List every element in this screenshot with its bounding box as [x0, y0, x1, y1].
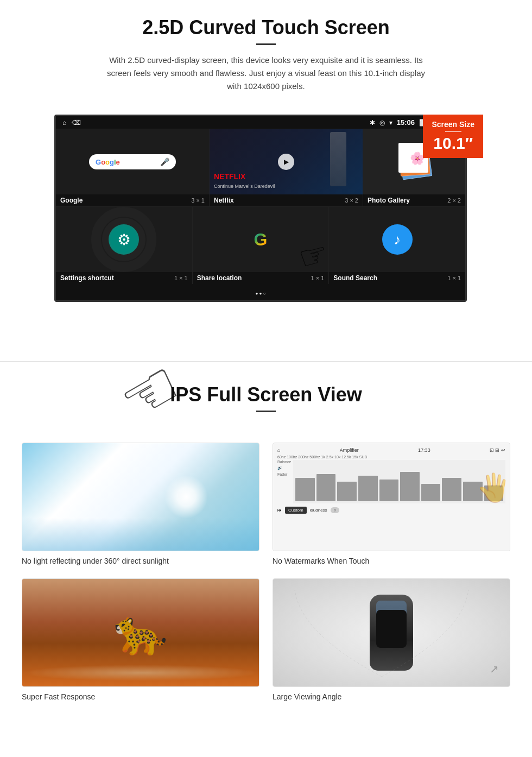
screen-size-badge: Screen Size 10.1″ — [423, 115, 483, 158]
amp-custom-btn[interactable]: Custom — [285, 507, 307, 514]
amp-bar-3 — [337, 482, 357, 501]
netflix-logo-overlay: NETFLIX Continue Marvel's Daredevil — [214, 173, 275, 190]
netflix-continue-text: Continue Marvel's Daredevil — [214, 184, 275, 189]
feature-img-amplifier: ⌂ Amplifier 17:33 ⊡ ⊞ ↩ 60hz100hz200hz50… — [273, 443, 510, 551]
home-icon[interactable]: ⌂ — [62, 119, 66, 127]
section-curved: 2.5D Curved Touch Screen With 2.5D curve… — [0, 0, 532, 115]
amp-freq-labels: 60hz100hz200hz500hz1k2.5k10k12.5k15kSUB — [277, 455, 505, 459]
amp-bar-4 — [358, 476, 378, 501]
section2-divider — [256, 411, 276, 412]
settings-app-size: 1 × 1 — [174, 275, 188, 281]
amp-title: Amplifier — [340, 447, 359, 453]
feature-img-car: ↗ — [273, 578, 510, 687]
badge-divider — [445, 131, 461, 132]
amp-bar-6 — [400, 472, 420, 501]
amp-bar-5 — [379, 480, 399, 501]
amp-toggle[interactable]: ○ — [331, 507, 340, 513]
bg-circle-2 — [91, 207, 156, 272]
badge-label: Screen Size — [432, 120, 474, 129]
feature-img-cheetah: 🐆 — [22, 578, 259, 687]
bluetooth-icon: ✱ — [370, 119, 375, 127]
feature-img-sunlight — [22, 443, 259, 551]
status-bar-left: ⌂ ⌫ — [62, 119, 81, 127]
badge-size: 10.1″ — [432, 134, 474, 153]
amp-bar-1 — [295, 478, 315, 501]
app-cell-settings[interactable]: ⚙ Settings shortcut 1 × 1 — [56, 207, 193, 284]
viewing-angle-svg — [273, 579, 510, 686]
car-top-image: ↗ — [273, 579, 510, 686]
sun-flare — [164, 475, 208, 519]
sound-app-size: 1 × 1 — [447, 275, 461, 281]
google-app-size: 3 × 1 — [191, 197, 205, 204]
settings-bg-circles — [56, 207, 192, 272]
dust-cloud — [22, 665, 259, 681]
status-time: 15:06 — [397, 118, 415, 127]
google-label-row: Google 3 × 1 — [56, 194, 209, 206]
feature-grid: No light reflecting under 360° direct su… — [0, 432, 532, 712]
amp-time: 17:33 — [418, 447, 430, 453]
section1-divider — [256, 43, 276, 45]
cheetah-silhouette-icon: 🐆 — [113, 607, 168, 658]
google-app-name: Google — [60, 197, 83, 204]
settings-thumbnail: ⚙ — [56, 207, 192, 272]
amp-header: ⌂ Amplifier 17:33 ⊡ ⊞ ↩ — [277, 447, 505, 453]
cheetah-caption: Super Fast Response — [22, 692, 259, 701]
usb-icon: ⌫ — [72, 119, 81, 127]
amp-footer: ⏮ Custom loudness ○ — [277, 507, 505, 514]
daredevil-figure — [330, 132, 346, 186]
google-search-bar[interactable]: Google 🎤 — [89, 154, 176, 169]
amp-side-labels: Balance 🔊 Fader — [277, 460, 291, 503]
location-icon: ◎ — [379, 119, 385, 127]
feature-item-sunlight: No light reflecting under 360° direct su… — [22, 443, 259, 565]
app-cell-netflix[interactable]: ▶ NETFLIX Continue Marvel's Daredevil Ne… — [210, 129, 363, 206]
amp-hand-icon: 🖐 — [477, 472, 510, 503]
app-row-1: Google 🎤 Google 3 × 1 ▶ — [56, 129, 465, 206]
app-cell-google[interactable]: Google 🎤 Google 3 × 1 — [56, 129, 210, 206]
section1-title: 2.5D Curved Touch Screen — [33, 16, 499, 39]
car-caption: Large Viewing Angle — [273, 692, 510, 701]
sunlight-caption: No light reflecting under 360° direct su… — [22, 557, 259, 565]
amp-bars: 🖐 — [293, 460, 505, 503]
netflix-play-button[interactable]: ▶ — [278, 154, 294, 170]
cheetah-image: 🐆 — [22, 579, 259, 686]
section1-description: With 2.5D curved-display screen, this de… — [103, 54, 429, 93]
sunlight-image — [22, 443, 259, 551]
amplifier-caption: No Watermarks When Touch — [273, 557, 510, 565]
feature-item-cheetah: 🐆 Super Fast Response — [22, 578, 259, 701]
status-bar: ⌂ ⌫ ✱ ◎ ▾ 15:06 ⬜ ◁) ✗ ▭ — [56, 116, 465, 129]
amp-prev-icon: ⏮ — [277, 508, 282, 513]
google-thumbnail: Google 🎤 — [56, 129, 209, 194]
netflix-thumbnail: ▶ NETFLIX Continue Marvel's Daredevil — [210, 129, 363, 194]
netflix-app-size: 3 × 2 — [345, 197, 358, 204]
amp-icons: ⊡ ⊞ ↩ — [490, 447, 505, 453]
netflix-logo-text: NETFLIX — [214, 173, 275, 180]
settings-app-name: Settings shortcut — [60, 274, 114, 282]
share-g-icon: G — [254, 230, 268, 250]
sky-bottom — [22, 518, 259, 551]
share-thumbnail: G ☞ — [193, 207, 329, 272]
feature-item-car: ↗ Large Viewing Angle — [273, 578, 510, 701]
amplifier-image: ⌂ Amplifier 17:33 ⊡ ⊞ ↩ 60hz100hz200hz50… — [273, 443, 510, 551]
amp-bar-2 — [316, 474, 336, 501]
google-logo: Google — [96, 158, 120, 166]
amp-bar-7 — [421, 484, 441, 501]
feature-item-amplifier: ⌂ Amplifier 17:33 ⊡ ⊞ ↩ 60hz100hz200hz50… — [273, 443, 510, 565]
wifi-icon: ▾ — [389, 119, 392, 127]
netflix-label-row: Netflix 3 × 2 — [210, 194, 363, 206]
amp-loudness-label: loudness — [310, 508, 327, 513]
amp-bar-8 — [442, 478, 461, 501]
amp-home-icon: ⌂ — [277, 447, 280, 453]
netflix-app-name: Netflix — [214, 197, 234, 204]
amp-controls: Balance 🔊 Fader — [277, 460, 505, 503]
google-mic-icon[interactable]: 🎤 — [160, 157, 169, 166]
settings-label-row: Settings shortcut 1 × 1 — [56, 272, 192, 284]
share-app-name: Share location — [197, 274, 242, 282]
